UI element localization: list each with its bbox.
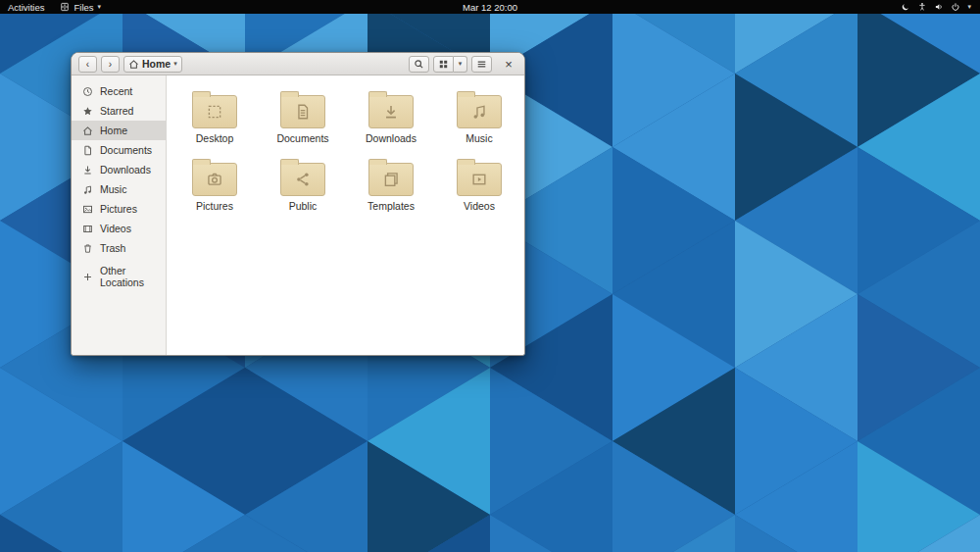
folder-icon [192,163,237,196]
folder-item-public[interactable]: Public [259,152,347,220]
folder-label: Documents [276,132,328,144]
folder-icon [280,163,325,196]
sidebar-item-starred[interactable]: Starred [72,101,166,121]
app-menu-label: Files [74,2,93,13]
folder-item-downloads[interactable]: Downloads [347,84,435,152]
pathbar-location-label: Home [142,58,171,70]
folder-label: Desktop [196,132,234,144]
video-emblem-icon [470,171,488,188]
hamburger-menu-icon [476,59,487,70]
folder-icon [457,163,502,196]
folder-item-templates[interactable]: Templates [347,152,435,220]
sidebar-item-trash[interactable]: Trash [72,238,166,258]
sidebar-item-label: Documents [100,144,152,156]
top-bar-center: Mar 12 20:00 [455,0,525,14]
system-menu-chevron-icon: ▾ [967,3,971,11]
sidebar-item-label: Recent [100,85,132,97]
menu-button[interactable] [471,56,492,73]
sidebar-item-label: Pictures [100,203,137,215]
chevron-down-icon: ▾ [98,3,102,11]
sidebar-item-videos[interactable]: Videos [72,219,166,238]
pathbar-chevron-icon: ▾ [173,60,177,68]
sidebar-item-recent[interactable]: Recent [72,81,166,101]
film-icon [82,224,93,234]
volume-icon [934,2,944,12]
folder-icon [368,163,414,196]
music-note-icon [82,184,93,195]
forward-button[interactable]: › [101,56,120,73]
share-emblem-icon [294,171,312,188]
templates-emblem-icon [382,171,400,188]
sidebar-item-downloads[interactable]: Downloads [72,160,166,179]
sidebar-item-label: Starred [100,105,133,117]
file-view[interactable]: Desktop Documents [167,75,524,355]
folder-item-pictures[interactable]: Pictures [171,152,259,220]
document-emblem-icon [294,103,312,121]
sidebar-item-music[interactable]: Music [72,179,166,199]
sidebar-item-label: Home [100,125,127,136]
search-icon [414,59,424,70]
sidebar-item-label: Trash [100,242,125,254]
photo-icon [82,204,93,215]
folder-icon [280,95,325,128]
music-emblem-icon [470,103,488,121]
places-sidebar: Recent Starred Home [72,75,167,355]
pathbar-home-button[interactable]: Home ▾ [123,56,182,73]
night-light-icon [901,2,910,12]
star-icon [82,106,93,117]
clock-label: Mar 12 20:00 [463,2,517,13]
forward-icon: › [109,59,112,70]
app-menu-files[interactable]: Files ▾ [52,0,109,14]
headerbar: ‹ › Home ▾ [72,53,524,75]
grid-view-icon [438,59,449,70]
window-close-button[interactable]: × [500,55,517,73]
system-status-area[interactable]: ▾ [892,0,980,14]
folder-label: Videos [464,200,495,212]
sidebar-item-documents[interactable]: Documents [72,140,166,160]
folder-label: Downloads [366,132,416,144]
sidebar-item-home[interactable]: Home [72,121,166,140]
folder-label: Music [466,132,492,144]
view-options-chevron-icon: ▾ [459,60,463,68]
folder-item-desktop[interactable]: Desktop [171,84,259,152]
desktop-emblem-icon [206,103,223,121]
folder-item-music[interactable]: Music [435,84,523,152]
back-button[interactable]: ‹ [78,56,97,73]
sidebar-item-pictures[interactable]: Pictures [72,199,166,219]
close-icon: × [505,57,513,72]
download-icon [82,165,93,176]
view-options-caret-button[interactable]: ▾ [454,56,467,73]
trash-icon [82,243,93,254]
plus-icon [82,272,93,282]
folder-label: Pictures [196,200,233,212]
view-options-group: ▾ [433,56,467,73]
gnome-top-bar: Activities Files ▾ Mar 12 20:00 [0,0,980,14]
sidebar-item-label: Music [100,183,126,195]
view-grid-button[interactable] [433,56,454,73]
activities-label: Activities [8,2,44,13]
folder-grid: Desktop Documents [171,84,524,220]
accessibility-icon [917,2,927,12]
files-window: ‹ › Home ▾ [71,52,525,356]
download-emblem-icon [382,103,400,121]
clock-button[interactable]: Mar 12 20:00 [455,0,525,14]
folder-label: Templates [368,200,415,212]
sidebar-item-other-locations[interactable]: Other Locations [72,267,166,286]
home-icon [128,59,139,70]
folder-item-documents[interactable]: Documents [259,84,347,152]
folder-label: Public [289,200,318,212]
top-bar-left: Activities Files ▾ [0,0,109,14]
recent-icon [82,86,93,97]
folder-icon [457,95,502,128]
power-icon [951,2,960,12]
back-icon: ‹ [86,59,89,70]
sidebar-item-label: Downloads [100,164,151,176]
sidebar-item-label: Videos [100,223,131,234]
folder-icon [368,95,414,128]
sidebar-item-label: Other Locations [100,265,166,288]
activities-button[interactable]: Activities [0,0,52,14]
camera-emblem-icon [206,171,223,188]
search-button[interactable] [409,56,429,73]
desktop: Activities Files ▾ Mar 12 20:00 [0,0,980,552]
folder-item-videos[interactable]: Videos [435,152,523,220]
